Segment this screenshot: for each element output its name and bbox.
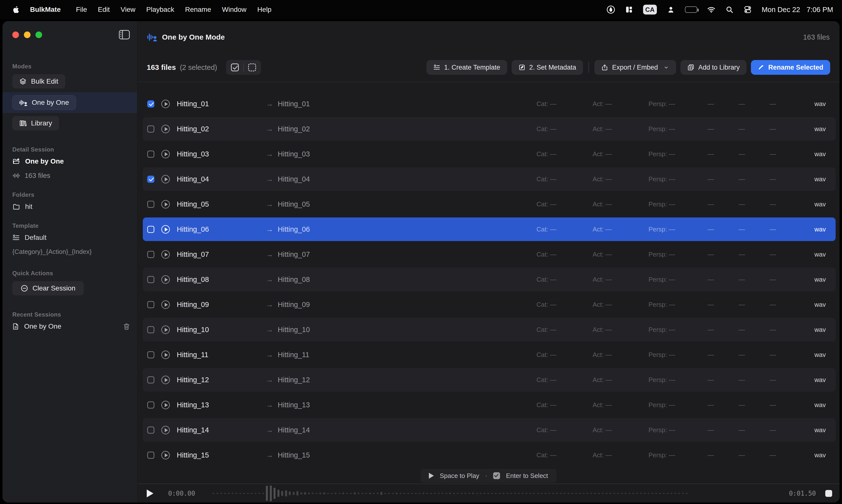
file-row[interactable]: Hitting_09→Hitting_09Cat: —Act: —Persp: …: [143, 293, 836, 316]
row-checkbox[interactable]: [147, 150, 154, 158]
add-to-library-button[interactable]: Add to Library: [681, 60, 746, 75]
row-play-icon[interactable]: [161, 225, 170, 234]
export-embed-button[interactable]: Export / Embed: [594, 60, 676, 75]
row-checkbox[interactable]: [147, 427, 154, 434]
row-checkbox[interactable]: [147, 301, 154, 308]
template-item[interactable]: Default: [12, 234, 130, 241]
folder-item[interactable]: hit: [12, 203, 130, 211]
sidebar-item-bulk-edit[interactable]: Bulk Edit: [12, 74, 65, 89]
row-play-icon[interactable]: [161, 451, 170, 460]
row-play-icon[interactable]: [161, 300, 170, 309]
sidebar-toggle-icon[interactable]: [119, 30, 130, 39]
row-checkbox[interactable]: [147, 326, 154, 333]
waveform-bar: [468, 493, 470, 494]
row-checkbox[interactable]: [147, 125, 154, 132]
select-hint-icon: [493, 472, 500, 479]
deselect-all-icon[interactable]: [248, 64, 256, 71]
file-row[interactable]: Hitting_10→Hitting_10Cat: —Act: —Persp: …: [143, 318, 836, 341]
row-checkbox[interactable]: [147, 176, 154, 183]
menu-item-help[interactable]: Help: [257, 6, 272, 14]
control-center-icon[interactable]: [743, 5, 752, 14]
row-play-icon[interactable]: [161, 150, 170, 158]
waveform-bar: [438, 493, 440, 494]
waveform-bar: [423, 493, 425, 494]
row-checkbox[interactable]: [147, 351, 154, 358]
rename-selected-button[interactable]: Rename Selected: [751, 60, 830, 75]
file-extension: wav: [814, 150, 829, 158]
zoom-window-button[interactable]: [35, 32, 42, 38]
menu-item-rename[interactable]: Rename: [185, 6, 211, 14]
file-row[interactable]: Hitting_03→Hitting_03Cat: —Act: —Persp: …: [143, 142, 836, 166]
waveform-bar: [262, 493, 264, 494]
window-manager-icon[interactable]: [625, 5, 633, 14]
file-row[interactable]: Hitting_13→Hitting_13Cat: —Act: —Persp: …: [143, 393, 836, 417]
row-play-icon[interactable]: [161, 100, 170, 108]
menu-items: FileEditViewPlaybackRenameWindowHelp: [65, 6, 271, 14]
close-window-button[interactable]: [12, 32, 19, 38]
row-play-icon[interactable]: [161, 275, 170, 284]
menu-item-playback[interactable]: Playback: [146, 6, 174, 14]
clear-session-button[interactable]: Clear Session: [12, 281, 84, 295]
trash-icon[interactable]: [123, 322, 130, 330]
file-row[interactable]: Hitting_14→Hitting_14Cat: —Act: —Persp: …: [143, 418, 836, 442]
meta-extra-1: —: [708, 276, 739, 283]
file-row[interactable]: Hitting_04→Hitting_04Cat: —Act: —Persp: …: [143, 167, 836, 191]
create-template-button[interactable]: 1. Create Template: [426, 60, 507, 75]
meta-extra-2: —: [739, 351, 770, 359]
file-row[interactable]: Hitting_15→Hitting_15Cat: —Act: —Persp: …: [143, 443, 836, 467]
set-metadata-button[interactable]: 2. Set Metadata: [512, 60, 583, 75]
minimize-window-button[interactable]: [24, 32, 31, 38]
ca-status-badge[interactable]: CA: [643, 5, 657, 15]
menu-item-view[interactable]: View: [121, 6, 135, 14]
row-play-icon[interactable]: [161, 350, 170, 359]
menu-bar-clock[interactable]: Mon Dec 22 7:06 PM: [762, 6, 833, 14]
app-menu-title[interactable]: BulkMate: [30, 6, 61, 14]
apple-menu-icon[interactable]: [11, 4, 20, 15]
waveform-display[interactable]: [212, 484, 689, 503]
user-icon[interactable]: [667, 5, 675, 14]
battery-icon[interactable]: [685, 6, 697, 13]
row-play-icon[interactable]: [161, 401, 170, 409]
search-icon[interactable]: [725, 5, 734, 14]
row-play-icon[interactable]: [161, 250, 170, 259]
session-name-row[interactable]: One by One: [12, 158, 130, 165]
row-checkbox[interactable]: [147, 376, 154, 383]
file-new-name: Hitting_14: [278, 426, 536, 434]
row-checkbox[interactable]: [147, 401, 154, 409]
row-checkbox[interactable]: [147, 251, 154, 258]
row-checkbox[interactable]: [147, 276, 154, 283]
row-play-icon[interactable]: [161, 125, 170, 133]
file-row[interactable]: Hitting_06→Hitting_06Cat: —Act: —Persp: …: [143, 217, 836, 241]
menu-item-window[interactable]: Window: [222, 6, 247, 14]
droplet-app-icon[interactable]: [607, 5, 615, 14]
row-checkbox[interactable]: [147, 226, 154, 233]
row-checkbox[interactable]: [147, 100, 154, 107]
sidebar-item-library[interactable]: Library: [12, 116, 59, 130]
file-row[interactable]: Hitting_12→Hitting_12Cat: —Act: —Persp: …: [143, 368, 836, 392]
file-row[interactable]: Hitting_02→Hitting_02Cat: —Act: —Persp: …: [143, 117, 836, 141]
row-play-icon[interactable]: [161, 376, 170, 384]
menu-item-file[interactable]: File: [76, 6, 87, 14]
row-play-icon[interactable]: [161, 426, 170, 434]
row-play-icon[interactable]: [161, 175, 170, 183]
sidebar-item-one-by-one[interactable]: One by One: [12, 95, 76, 110]
file-row[interactable]: Hitting_01→Hitting_01Cat: —Act: —Persp: …: [143, 92, 836, 115]
stop-button[interactable]: [825, 490, 832, 497]
wifi-icon[interactable]: [707, 5, 716, 14]
file-row[interactable]: Hitting_11→Hitting_11Cat: —Act: —Persp: …: [143, 343, 836, 366]
recent-session-item[interactable]: One by One: [12, 322, 130, 330]
meta-category: Cat: —: [536, 276, 592, 283]
segment-divider: [243, 63, 244, 72]
play-button[interactable]: [147, 489, 153, 497]
row-checkbox[interactable]: [147, 452, 154, 459]
row-play-icon[interactable]: [161, 325, 170, 334]
row-checkbox[interactable]: [147, 201, 154, 208]
session-name: One by One: [25, 158, 64, 165]
file-row[interactable]: Hitting_05→Hitting_05Cat: —Act: —Persp: …: [143, 192, 836, 216]
select-all-icon[interactable]: [231, 64, 239, 71]
file-row[interactable]: Hitting_08→Hitting_08Cat: —Act: —Persp: …: [143, 268, 836, 291]
meta-extra-3: —: [770, 326, 814, 334]
file-row[interactable]: Hitting_07→Hitting_07Cat: —Act: —Persp: …: [143, 242, 836, 266]
row-play-icon[interactable]: [161, 200, 170, 209]
menu-item-edit[interactable]: Edit: [98, 6, 110, 14]
